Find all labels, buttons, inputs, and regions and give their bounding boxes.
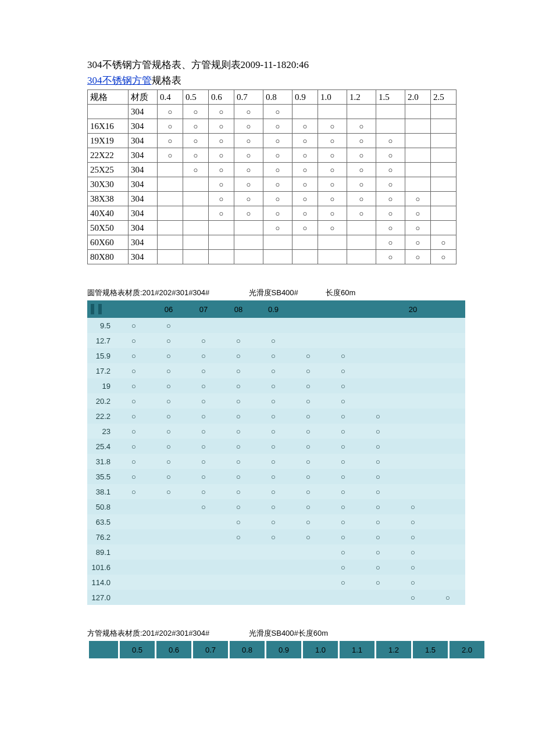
- mark-cell: ○: [256, 363, 291, 378]
- mark-cell: ○: [256, 454, 291, 469]
- mark-cell: ○: [318, 148, 347, 163]
- mark-cell: ○: [361, 529, 395, 544]
- mark-cell: ○: [361, 499, 395, 514]
- material-cell: 304: [129, 134, 158, 148]
- mark-cell: ○: [234, 163, 263, 177]
- mark-cell: ○: [209, 177, 234, 192]
- mark-cell: [395, 484, 430, 499]
- col-header: 1.0: [303, 641, 338, 658]
- mark-cell: [376, 119, 405, 134]
- mark-cell: ○: [256, 409, 291, 424]
- mark-cell: ○: [326, 363, 361, 378]
- col-header: 2.0: [450, 641, 484, 658]
- mark-cell: ○: [256, 529, 291, 544]
- size-cell: 23: [87, 424, 116, 439]
- mark-cell: [291, 318, 326, 333]
- mark-cell: ○: [291, 409, 326, 424]
- mark-cell: [430, 409, 465, 424]
- mark-cell: ○: [183, 119, 209, 134]
- size-cell: 127.0: [87, 590, 116, 605]
- table-row: 22.2○○○○○○○○: [87, 409, 465, 424]
- mark-cell: ○: [361, 424, 395, 439]
- table-row: 31.8○○○○○○○○: [87, 454, 465, 469]
- mark-cell: [234, 221, 263, 235]
- mark-cell: ○: [376, 192, 405, 206]
- mark-cell: [263, 235, 293, 250]
- mark-cell: ○: [293, 221, 318, 235]
- mark-cell: ○: [221, 363, 256, 378]
- mark-cell: ○: [291, 439, 326, 454]
- mark-cell: ○: [186, 499, 221, 514]
- mark-cell: [158, 250, 183, 264]
- mark-cell: ○: [186, 454, 221, 469]
- mark-cell: ○: [186, 363, 221, 378]
- square-pipe-caption-2: 方管规格表材质:201#202#301#304# 光滑度SB400#长度60m: [87, 628, 448, 639]
- material-cell: 304: [129, 105, 158, 119]
- table-header-row: 0.50.60.70.80.91.01.11.21.52.0: [89, 641, 484, 658]
- mark-cell: ○: [209, 105, 234, 119]
- mark-cell: ○: [116, 333, 151, 348]
- mark-cell: ○: [186, 393, 221, 409]
- mark-cell: ○: [221, 439, 256, 454]
- mark-cell: [291, 333, 326, 348]
- mark-cell: [361, 333, 395, 348]
- mark-cell: ○: [293, 148, 318, 163]
- mark-cell: ○: [430, 590, 465, 605]
- mark-cell: ○: [347, 134, 376, 148]
- spec-cell: 16X16: [88, 119, 129, 134]
- mark-cell: ○: [221, 333, 256, 348]
- mark-cell: ○: [405, 192, 431, 206]
- spec-cell: 25X25: [88, 163, 129, 177]
- mark-cell: ○: [116, 484, 151, 499]
- table-row: 25.4○○○○○○○○: [87, 439, 465, 454]
- table-header-row: 0607080.920: [87, 300, 465, 318]
- mark-cell: ○: [293, 119, 318, 134]
- mark-cell: ○: [116, 363, 151, 378]
- mark-cell: ○: [326, 499, 361, 514]
- mark-cell: ○: [431, 250, 456, 264]
- mark-cell: ○: [361, 575, 395, 590]
- table-row: 89.1○○○: [87, 544, 465, 560]
- mark-cell: [405, 148, 431, 163]
- mark-cell: ○: [151, 439, 186, 454]
- mark-cell: [116, 590, 151, 605]
- table-row: 50.8○○○○○○○: [87, 499, 465, 514]
- mark-cell: [326, 318, 361, 333]
- mark-cell: [186, 544, 221, 560]
- col-header: 0.9: [266, 641, 301, 658]
- mark-cell: ○: [318, 134, 347, 148]
- mark-cell: ○: [318, 206, 347, 221]
- caption-smooth: 光滑度SB400#: [249, 288, 298, 298]
- material-cell: 304: [129, 221, 158, 235]
- mark-cell: ○: [116, 348, 151, 363]
- mark-cell: ○: [291, 363, 326, 378]
- table-row: 9.5○○: [87, 318, 465, 333]
- mark-cell: ○: [318, 192, 347, 206]
- mark-cell: [318, 105, 347, 119]
- mark-cell: ○: [361, 469, 395, 484]
- mark-cell: [158, 177, 183, 192]
- spec-cell: 30X30: [88, 177, 129, 192]
- table-row: 15.9○○○○○○○: [87, 348, 465, 363]
- subtitle-rest: 规格表: [152, 75, 181, 86]
- table-row: 22X22304○○○○○○○○○: [88, 148, 456, 163]
- material-cell: 304: [129, 119, 158, 134]
- mark-cell: [361, 393, 395, 409]
- size-cell: 25.4: [87, 439, 116, 454]
- mark-cell: [405, 119, 431, 134]
- mark-cell: ○: [318, 119, 347, 134]
- mark-cell: [430, 348, 465, 363]
- round-pipe-caption: 圆管规格表材质:201#202#301#304# 光滑度SB400# 长度60m: [87, 288, 448, 298]
- mark-cell: ○: [263, 163, 293, 177]
- mark-cell: ○: [347, 192, 376, 206]
- subtitle-link[interactable]: 304不锈钢方管: [87, 75, 152, 86]
- mark-cell: ○: [234, 177, 263, 192]
- mark-cell: ○: [395, 499, 430, 514]
- mark-cell: [405, 134, 431, 148]
- col-header: 07: [186, 300, 221, 318]
- mark-cell: [430, 514, 465, 529]
- mark-cell: ○: [221, 499, 256, 514]
- spec-cell: 80X80: [88, 250, 129, 264]
- mark-cell: [318, 235, 347, 250]
- mark-cell: ○: [221, 393, 256, 409]
